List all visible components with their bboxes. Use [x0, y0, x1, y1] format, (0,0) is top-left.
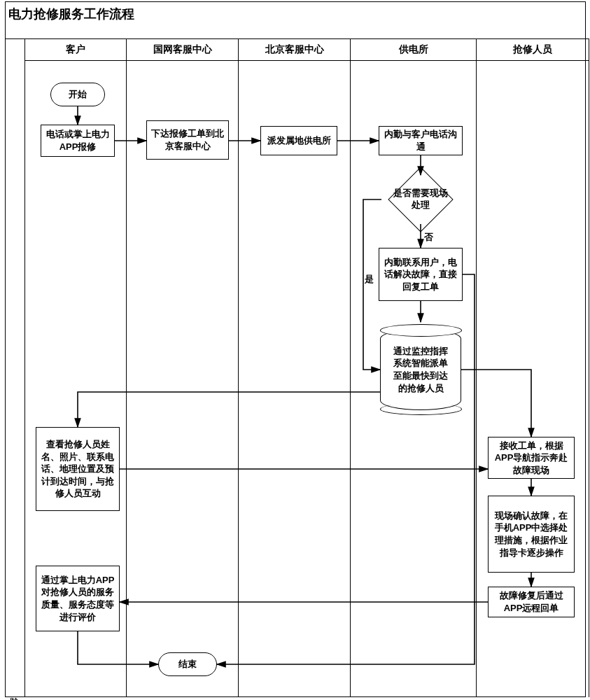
flowchart-frame: 电力抢修服务工作流程 阶段 客户 国网客服中心 北京客服中心 供电所 抢修人员 …: [0, 0, 590, 700]
node-receive-nav: 接收工单，根据APP导航指示奔赴故障现场: [488, 437, 575, 479]
node-close-ticket: 故障修复后通过APP远程回单: [488, 587, 575, 617]
node-issue-ticket: 下达报修工单到北京客服中心: [146, 120, 229, 160]
node-report: 电话或掌上电力APP报修: [41, 125, 115, 157]
node-customer-view: 查看抢修人员姓名、照片、联系电话、地理位置及预计到达时间，与抢修人员互动: [36, 427, 120, 511]
node-start: 开始: [50, 83, 105, 106]
node-end: 结束: [158, 652, 217, 676]
diagram-title: 电力抢修服务工作流程: [8, 6, 134, 22]
node-customer-rate: 通过掌上电力APP对抢修人员的服务质量、服务态度等进行评价: [36, 566, 120, 631]
edge-label-yes: 是: [365, 273, 374, 286]
lane-header: 抢修人员: [477, 39, 589, 61]
node-phone-resolve: 内勤联系用户，电话解决故障，直接回复工单: [379, 248, 463, 301]
node-back-office: 内勤与客户电话沟通: [379, 126, 463, 155]
node-dispatch-local: 派发属地供电所: [260, 126, 337, 155]
node-onsite-ops: 现场确认故障，在手机APP中选择处理措施，根据作业指导卡逐步操作: [488, 496, 575, 573]
node-decision-onsite: 是否需要现场处理: [381, 175, 460, 224]
lane-header: 国网客服中心: [127, 39, 238, 61]
lane-header: 客户: [25, 39, 126, 61]
lane-header: 北京客服中心: [239, 39, 350, 61]
node-smart-dispatch: 通过监控指挥系统智能派单至能最快到达的抢修人员: [380, 329, 461, 410]
edge-label-no: 否: [424, 231, 433, 244]
lane-header: 供电所: [351, 39, 476, 61]
